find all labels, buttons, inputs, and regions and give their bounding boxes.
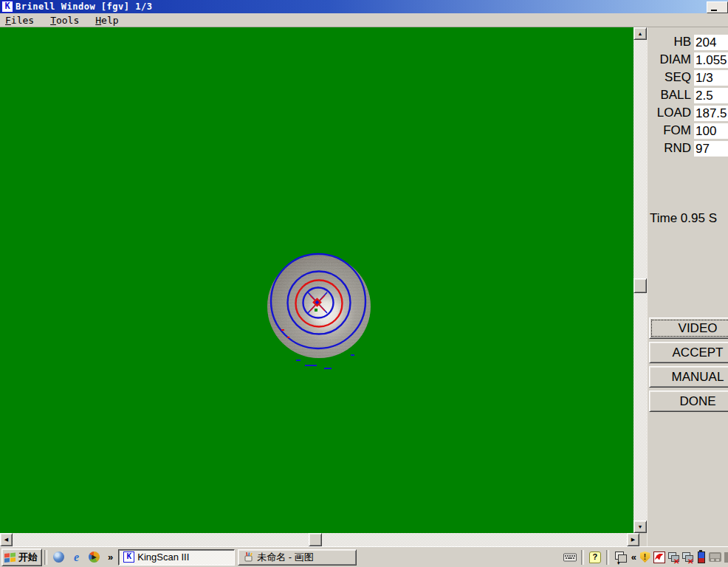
network-disconnected-icon-2[interactable]: ✕	[681, 551, 693, 563]
media-player-icon[interactable]: ▶	[88, 551, 100, 563]
langbar-separator-2	[606, 550, 609, 565]
seq-value[interactable]: 1/3	[694, 70, 728, 86]
window-title: Brinell Window [fgv] 1/3	[16, 1, 152, 12]
panel-buttons: VIDEO ACCEPT MANUAL DONE	[648, 317, 728, 412]
up-arrow-icon: ▲	[638, 31, 643, 36]
down-arrow-icon: ▼	[638, 524, 643, 529]
windows-logo-icon	[4, 552, 16, 563]
field-row-rnd: RND 97	[648, 140, 728, 157]
seq-label: SEQ	[648, 70, 694, 85]
taskbar-item-kingscan[interactable]: K KingScan III	[118, 549, 235, 566]
security-shield-icon[interactable]: !	[639, 551, 651, 563]
system-tray: ! ✕ ✕	[639, 551, 728, 563]
taskbar: 开始 e ▶ » K KingScan III 未命名 - 画图	[0, 546, 728, 567]
taskbar-item-paint[interactable]: 未命名 - 画图	[238, 549, 357, 566]
horizontal-scrollbar[interactable]: ◀ ▶	[0, 533, 639, 546]
desktop-globe-icon[interactable]	[52, 551, 65, 563]
camera-viewport[interactable]	[0, 27, 633, 533]
langbar-options-icon[interactable]: ▼	[611, 549, 629, 566]
load-label: LOAD	[648, 106, 694, 120]
menu-bar: Files Tools Help	[0, 13, 728, 27]
field-row-load: LOAD 187.5	[648, 104, 728, 122]
fom-value[interactable]: 100	[694, 123, 728, 139]
manual-button[interactable]: MANUAL	[649, 366, 728, 388]
paint-icon	[243, 551, 254, 563]
ball-value[interactable]: 2.5	[694, 88, 728, 103]
menu-files[interactable]: Files	[5, 15, 34, 26]
done-button[interactable]: DONE	[649, 391, 728, 412]
network-disconnected-icon[interactable]: ✕	[667, 551, 679, 563]
hb-value[interactable]: 204	[694, 35, 728, 50]
field-row-hb: HB 204	[648, 33, 728, 51]
taskbar-separator	[44, 550, 47, 565]
load-value[interactable]: 187.5	[694, 106, 728, 121]
ball-label: BALL	[648, 88, 694, 103]
indentation-image	[262, 244, 377, 374]
scroll-up-button[interactable]: ▲	[633, 27, 647, 40]
scroll-right-button[interactable]: ▶	[627, 533, 639, 546]
diam-label: DIAM	[648, 52, 694, 67]
help-icon[interactable]: ?	[586, 549, 604, 566]
display-monitor-icon[interactable]	[709, 551, 721, 563]
kingscan-label: KingScan III	[137, 551, 189, 563]
brinell-window: K Brinell Window [fgv] 1/3 Files Tools H…	[0, 0, 728, 567]
field-row-seq: SEQ 1/3	[648, 69, 728, 86]
video-button[interactable]: VIDEO	[649, 317, 728, 339]
keyboard-input-icon[interactable]	[561, 549, 579, 566]
quick-launch-chevron[interactable]: »	[108, 551, 113, 563]
fom-label: FOM	[648, 123, 694, 138]
menu-tools[interactable]: Tools	[50, 15, 79, 26]
rnd-label: RND	[648, 141, 694, 156]
time-label: Time 0.95 S	[648, 211, 728, 226]
scroll-down-button[interactable]: ▼	[633, 520, 647, 533]
measurement-fields: HB 204 DIAM 1.055 SEQ 1/3 BALL 2.5 LOAD …	[648, 27, 728, 157]
left-arrow-icon: ◀	[4, 537, 8, 543]
scroll-left-button[interactable]: ◀	[0, 533, 13, 546]
battery-ups-icon[interactable]	[695, 551, 707, 563]
quick-launch: e ▶ »	[52, 551, 115, 563]
paint-label: 未命名 - 画图	[257, 551, 314, 564]
hb-label: HB	[648, 35, 694, 49]
vertical-scrollbar[interactable]: ▲ ▼	[633, 27, 647, 533]
diam-value[interactable]: 1.055	[694, 52, 728, 68]
measurement-panel: HB 204 DIAM 1.055 SEQ 1/3 BALL 2.5 LOAD …	[647, 27, 728, 546]
tray-red-app-icon[interactable]	[653, 551, 665, 563]
minimize-icon	[711, 10, 717, 11]
langbar-separator	[581, 550, 584, 565]
start-label: 开始	[18, 551, 38, 564]
field-row-ball: BALL 2.5	[648, 86, 728, 104]
field-row-diam: DIAM 1.055	[648, 51, 728, 69]
accept-button[interactable]: ACCEPT	[649, 342, 728, 363]
field-row-fom: FOM 100	[648, 122, 728, 140]
minimize-button[interactable]	[707, 1, 728, 13]
app-icon: K	[1, 1, 13, 13]
right-arrow-icon: ▶	[631, 537, 635, 543]
start-button[interactable]: 开始	[1, 549, 42, 566]
rnd-value[interactable]: 97	[694, 141, 728, 157]
menu-help[interactable]: Help	[95, 15, 118, 26]
taskbar-right: ? ▼ « ! ✕ ✕	[561, 549, 728, 566]
tray-chevron[interactable]: «	[631, 551, 636, 563]
vertical-scroll-thumb[interactable]	[633, 278, 647, 293]
internet-explorer-icon[interactable]: e	[70, 551, 83, 563]
clipped-tray-icon[interactable]	[724, 552, 728, 563]
title-bar[interactable]: K Brinell Window [fgv] 1/3	[0, 0, 728, 13]
horizontal-scroll-thumb[interactable]	[309, 533, 322, 546]
kingscan-icon: K	[123, 551, 134, 563]
